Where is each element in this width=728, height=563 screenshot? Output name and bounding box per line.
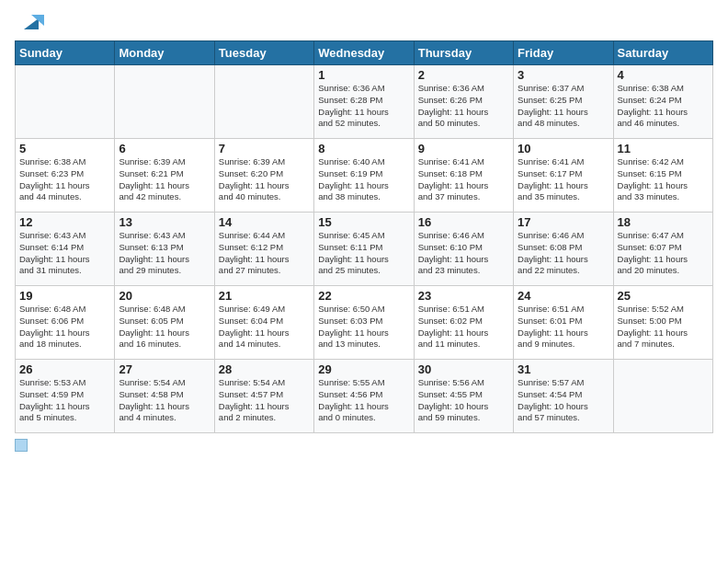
header-cell-saturday: Saturday xyxy=(613,41,712,65)
day-number: 22 xyxy=(318,289,409,303)
day-number: 11 xyxy=(618,142,709,155)
header-cell-friday: Friday xyxy=(514,41,613,65)
day-number: 18 xyxy=(618,215,709,229)
calendar-cell: 2Sunrise: 6:36 AM Sunset: 6:26 PM Daylig… xyxy=(414,65,513,139)
calendar-table: SundayMondayTuesdayWednesdayThursdayFrid… xyxy=(15,40,713,433)
day-info: Sunrise: 6:39 AM Sunset: 6:21 PM Dayligh… xyxy=(119,156,210,203)
day-info: Sunrise: 6:38 AM Sunset: 6:23 PM Dayligh… xyxy=(19,156,110,203)
day-info: Sunrise: 5:55 AM Sunset: 4:56 PM Dayligh… xyxy=(318,377,409,424)
day-number: 28 xyxy=(219,362,310,376)
day-info: Sunrise: 6:49 AM Sunset: 6:04 PM Dayligh… xyxy=(219,304,310,350)
calendar-cell: 21Sunrise: 6:49 AM Sunset: 6:04 PM Dayli… xyxy=(214,286,313,360)
calendar-cell: 6Sunrise: 6:39 AM Sunset: 6:21 PM Daylig… xyxy=(115,139,214,213)
calendar-cell: 19Sunrise: 6:48 AM Sunset: 6:06 PM Dayli… xyxy=(16,286,115,360)
header xyxy=(15,9,713,35)
page: SundayMondayTuesdayWednesdayThursdayFrid… xyxy=(0,0,728,461)
day-info: Sunrise: 5:57 AM Sunset: 4:54 PM Dayligh… xyxy=(518,377,609,424)
calendar-cell: 20Sunrise: 6:48 AM Sunset: 6:05 PM Dayli… xyxy=(115,286,214,360)
day-info: Sunrise: 6:39 AM Sunset: 6:20 PM Dayligh… xyxy=(219,156,310,203)
day-info: Sunrise: 6:36 AM Sunset: 6:26 PM Dayligh… xyxy=(418,83,509,130)
day-info: Sunrise: 6:43 AM Sunset: 6:13 PM Dayligh… xyxy=(119,230,210,277)
logo-icon xyxy=(18,9,44,35)
day-info: Sunrise: 6:45 AM Sunset: 6:11 PM Dayligh… xyxy=(318,230,409,277)
day-info: Sunrise: 6:46 AM Sunset: 6:10 PM Dayligh… xyxy=(418,230,509,277)
calendar-cell: 11Sunrise: 6:42 AM Sunset: 6:15 PM Dayli… xyxy=(613,139,712,213)
calendar-cell: 3Sunrise: 6:37 AM Sunset: 6:25 PM Daylig… xyxy=(514,65,613,139)
calendar-cell: 16Sunrise: 6:46 AM Sunset: 6:10 PM Dayli… xyxy=(414,213,513,286)
day-number: 29 xyxy=(318,362,409,376)
day-number: 30 xyxy=(418,362,509,376)
day-number: 4 xyxy=(618,68,709,82)
day-info: Sunrise: 6:51 AM Sunset: 6:01 PM Dayligh… xyxy=(518,304,609,350)
day-info: Sunrise: 5:52 AM Sunset: 5:00 PM Dayligh… xyxy=(618,304,709,350)
day-info: Sunrise: 6:38 AM Sunset: 6:24 PM Dayligh… xyxy=(618,83,709,130)
calendar-cell: 13Sunrise: 6:43 AM Sunset: 6:13 PM Dayli… xyxy=(115,213,214,286)
calendar-cell xyxy=(214,65,313,139)
day-number: 27 xyxy=(119,362,210,376)
calendar-cell: 26Sunrise: 5:53 AM Sunset: 4:59 PM Dayli… xyxy=(16,360,115,433)
calendar-cell: 15Sunrise: 6:45 AM Sunset: 6:11 PM Dayli… xyxy=(314,213,414,286)
day-number: 3 xyxy=(518,68,609,82)
day-number: 21 xyxy=(219,289,310,303)
day-number: 15 xyxy=(318,215,409,229)
calendar-cell: 29Sunrise: 5:55 AM Sunset: 4:56 PM Dayli… xyxy=(314,360,414,433)
day-number: 26 xyxy=(19,362,110,376)
day-info: Sunrise: 6:43 AM Sunset: 6:14 PM Dayligh… xyxy=(19,230,110,277)
day-info: Sunrise: 5:53 AM Sunset: 4:59 PM Dayligh… xyxy=(19,377,110,424)
calendar-cell xyxy=(16,65,115,139)
calendar-cell: 9Sunrise: 6:41 AM Sunset: 6:18 PM Daylig… xyxy=(414,139,513,213)
day-number: 12 xyxy=(19,215,110,229)
calendar-cell: 7Sunrise: 6:39 AM Sunset: 6:20 PM Daylig… xyxy=(214,139,313,213)
calendar-cell: 12Sunrise: 6:43 AM Sunset: 6:14 PM Dayli… xyxy=(16,213,115,286)
calendar-cell: 22Sunrise: 6:50 AM Sunset: 6:03 PM Dayli… xyxy=(314,286,414,360)
day-info: Sunrise: 6:41 AM Sunset: 6:17 PM Dayligh… xyxy=(518,156,609,203)
week-row-3: 12Sunrise: 6:43 AM Sunset: 6:14 PM Dayli… xyxy=(16,213,713,286)
day-number: 13 xyxy=(119,215,210,229)
calendar-cell: 4Sunrise: 6:38 AM Sunset: 6:24 PM Daylig… xyxy=(613,65,712,139)
day-number: 7 xyxy=(219,142,310,155)
header-cell-wednesday: Wednesday xyxy=(314,41,414,65)
day-info: Sunrise: 6:36 AM Sunset: 6:28 PM Dayligh… xyxy=(318,83,409,130)
day-info: Sunrise: 6:41 AM Sunset: 6:18 PM Dayligh… xyxy=(418,156,509,203)
day-number: 1 xyxy=(318,68,409,82)
daylight-legend-box xyxy=(15,439,28,452)
footer xyxy=(15,439,713,452)
day-number: 24 xyxy=(518,289,609,303)
day-number: 6 xyxy=(119,142,210,155)
header-cell-tuesday: Tuesday xyxy=(214,41,313,65)
calendar-cell: 5Sunrise: 6:38 AM Sunset: 6:23 PM Daylig… xyxy=(16,139,115,213)
day-info: Sunrise: 5:54 AM Sunset: 4:57 PM Dayligh… xyxy=(219,377,310,424)
header-row: SundayMondayTuesdayWednesdayThursdayFrid… xyxy=(16,41,713,65)
day-number: 10 xyxy=(518,142,609,155)
day-info: Sunrise: 5:56 AM Sunset: 4:55 PM Dayligh… xyxy=(418,377,509,424)
calendar-cell: 8Sunrise: 6:40 AM Sunset: 6:19 PM Daylig… xyxy=(314,139,414,213)
calendar-cell: 25Sunrise: 5:52 AM Sunset: 5:00 PM Dayli… xyxy=(613,286,712,360)
calendar-cell: 17Sunrise: 6:46 AM Sunset: 6:08 PM Dayli… xyxy=(514,213,613,286)
day-number: 20 xyxy=(119,289,210,303)
header-cell-monday: Monday xyxy=(115,41,214,65)
day-number: 31 xyxy=(518,362,609,376)
day-number: 14 xyxy=(219,215,310,229)
calendar-cell: 28Sunrise: 5:54 AM Sunset: 4:57 PM Dayli… xyxy=(214,360,313,433)
day-number: 16 xyxy=(418,215,509,229)
day-info: Sunrise: 6:40 AM Sunset: 6:19 PM Dayligh… xyxy=(318,156,409,203)
day-number: 5 xyxy=(19,142,110,155)
calendar-cell: 24Sunrise: 6:51 AM Sunset: 6:01 PM Dayli… xyxy=(514,286,613,360)
calendar-cell: 23Sunrise: 6:51 AM Sunset: 6:02 PM Dayli… xyxy=(414,286,513,360)
calendar-cell xyxy=(613,360,712,433)
calendar-cell: 18Sunrise: 6:47 AM Sunset: 6:07 PM Dayli… xyxy=(613,213,712,286)
week-row-1: 1Sunrise: 6:36 AM Sunset: 6:28 PM Daylig… xyxy=(16,65,713,139)
logo xyxy=(15,9,44,35)
day-info: Sunrise: 6:37 AM Sunset: 6:25 PM Dayligh… xyxy=(518,83,609,130)
calendar-cell: 31Sunrise: 5:57 AM Sunset: 4:54 PM Dayli… xyxy=(514,360,613,433)
day-number: 2 xyxy=(418,68,509,82)
calendar-cell: 1Sunrise: 6:36 AM Sunset: 6:28 PM Daylig… xyxy=(314,65,414,139)
day-info: Sunrise: 6:42 AM Sunset: 6:15 PM Dayligh… xyxy=(618,156,709,203)
week-row-5: 26Sunrise: 5:53 AM Sunset: 4:59 PM Dayli… xyxy=(16,360,713,433)
calendar-cell: 30Sunrise: 5:56 AM Sunset: 4:55 PM Dayli… xyxy=(414,360,513,433)
day-info: Sunrise: 6:50 AM Sunset: 6:03 PM Dayligh… xyxy=(318,304,409,350)
calendar-cell: 10Sunrise: 6:41 AM Sunset: 6:17 PM Dayli… xyxy=(514,139,613,213)
day-info: Sunrise: 6:51 AM Sunset: 6:02 PM Dayligh… xyxy=(418,304,509,350)
day-number: 17 xyxy=(518,215,609,229)
calendar-cell: 27Sunrise: 5:54 AM Sunset: 4:58 PM Dayli… xyxy=(115,360,214,433)
